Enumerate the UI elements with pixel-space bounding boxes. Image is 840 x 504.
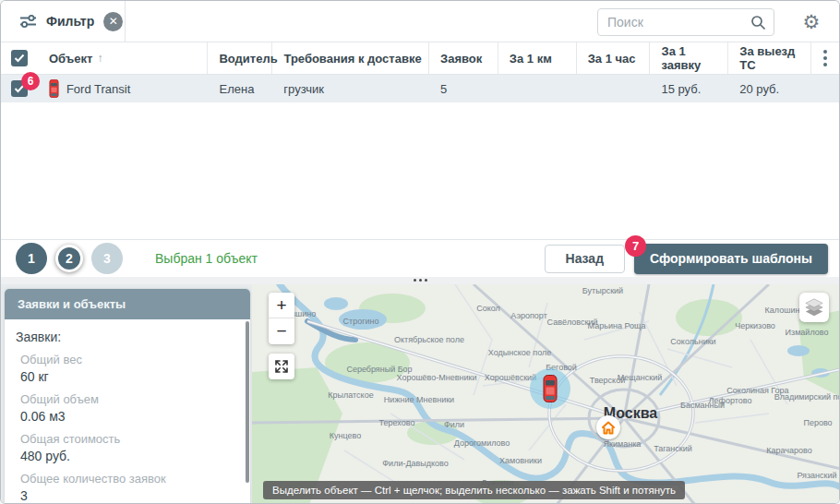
map-place-label: Сокольники [670, 337, 715, 346]
cell-per-trip: 20 руб. [728, 75, 811, 102]
stat-value: 3 [16, 488, 235, 503]
row-select-cell: 6 [1, 75, 38, 102]
map-place-label: Бутырский [582, 286, 623, 295]
map-place-label: Крылатское [328, 390, 373, 400]
cell-requirements: грузчик [272, 75, 429, 102]
map-place-label: Хамовники [499, 456, 542, 465]
column-header-per-request[interactable]: За 1 заявку [650, 42, 728, 74]
app-window: Фильтр ✕ ⚙ Объект ↑ Водитель Требования … [0, 0, 840, 504]
column-label: Водитель [219, 52, 277, 66]
column-header-object[interactable]: Объект ↑ [38, 42, 209, 74]
map-place-label: Хорошёво-Мневники [396, 373, 476, 382]
filter-button[interactable]: Фильтр ✕ [1, 1, 126, 42]
map-place-label: Фили [444, 420, 464, 429]
column-header-per-km[interactable]: За 1 км [498, 42, 577, 74]
column-header-driver[interactable]: Водитель [208, 42, 272, 74]
map-place-label: Черкизово [735, 321, 775, 330]
drag-dots-icon [414, 279, 427, 282]
depot-map-marker[interactable] [596, 415, 620, 439]
cell-per-hour [577, 75, 651, 102]
tune-filter-icon [19, 14, 37, 29]
map-place-label: Савёловский [547, 318, 598, 327]
panel-section-heading: Заявки: [16, 330, 235, 344]
sort-asc-icon[interactable]: ↑ [97, 52, 102, 65]
map-zoom-control: + − [269, 293, 294, 344]
submit-step-badge: 7 [625, 235, 646, 257]
stat-label: Общий вес [16, 353, 235, 366]
column-label: За выезд ТС [739, 44, 810, 72]
map-place-label: Фили-Давыдково [382, 459, 448, 468]
map-place-label: Дорогомилово [454, 438, 510, 448]
search-input[interactable] [607, 15, 750, 30]
map-place-label: Строгино [343, 317, 379, 326]
select-all-checkbox[interactable] [11, 50, 28, 66]
panel-scrollbar[interactable] [246, 321, 249, 483]
column-label: За 1 заявку [661, 44, 727, 72]
search-box[interactable] [597, 8, 774, 36]
vehicle-icon [49, 79, 59, 98]
step-1[interactable]: 1 [16, 243, 47, 274]
selection-status-text: Выбран 1 объект [155, 251, 258, 266]
map-place-label: Марьина Роща [588, 321, 646, 330]
cell-menu [811, 75, 839, 102]
back-button[interactable]: Назад [545, 245, 626, 273]
panel-body: Заявки: Общий вес 60 кг Общий объем 0.06… [5, 319, 250, 504]
column-label: За 1 час [588, 52, 636, 66]
columns-menu-cell [811, 42, 839, 74]
step-3[interactable]: 3 [91, 243, 123, 274]
row-step-badge: 6 [21, 72, 40, 90]
map-hint-tooltip: Выделить объект — Ctrl + щелчок; выделит… [263, 481, 685, 499]
column-header-per-trip[interactable]: За выезд ТС [728, 42, 811, 74]
column-header-per-hour[interactable]: За 1 час [577, 42, 651, 74]
filter-clear-icon[interactable]: ✕ [103, 12, 123, 31]
select-all-cell [1, 42, 38, 74]
filter-label: Фильтр [46, 14, 94, 29]
expand-icon [274, 359, 289, 374]
map-canvas[interactable]: ПавшиноСтрогиноСоколАэропортСавёловскийМ… [252, 284, 840, 504]
map-place-label: Калошино [765, 306, 805, 315]
map-place-label: Карачарово [766, 446, 811, 455]
column-header-requests[interactable]: Заявок [429, 42, 498, 74]
check-icon [14, 54, 25, 63]
requests-objects-panel: Заявки и объекты Заявки: Общий вес 60 кг… [5, 289, 250, 504]
submit-wrap: 7 Сформировать шаблоны [634, 244, 828, 274]
kebab-menu-icon[interactable] [823, 50, 827, 66]
stat-label: Общее количество заявок [16, 472, 235, 486]
zoom-in-button[interactable]: + [269, 293, 294, 318]
table-header: Объект ↑ Водитель Требования к доставке … [1, 42, 839, 75]
map-place-label: Якиманка [604, 439, 642, 449]
map-place-label: Серебряный Бор [346, 365, 412, 374]
map-place-label: Владимирский пос. [774, 392, 840, 402]
layers-icon [804, 297, 824, 318]
map-place-label: Ходынское поле [488, 348, 551, 357]
map-place-label: Кунцево [330, 431, 361, 440]
search-icon [750, 15, 766, 30]
column-label: Заявок [440, 52, 482, 66]
table-row[interactable]: 6 Ford Transit Елена грузчик 5 15 руб. 2… [1, 75, 839, 102]
home-icon [601, 421, 616, 435]
map-place-label: Мещанский [618, 373, 662, 382]
map-place-label: Соколиная Гора [726, 386, 788, 395]
map-place-label: Аэропорт [510, 311, 547, 320]
panel-title: Заявки и объекты [5, 289, 250, 319]
cell-per-km [498, 75, 577, 102]
map-layers-button[interactable] [799, 293, 829, 322]
step-2-active[interactable]: 2 [55, 245, 83, 272]
column-header-requirements[interactable]: Требования к доставке [272, 42, 429, 74]
stat-value: 480 руб. [16, 449, 235, 463]
map-place-label: Перово [803, 418, 832, 427]
map-place-label: Таганский [654, 444, 692, 453]
generate-templates-button[interactable]: Сформировать шаблоны [634, 244, 828, 274]
cell-requests: 5 [429, 75, 498, 102]
stat-value: 0.06 м3 [16, 409, 235, 424]
panel-resize-handle[interactable] [1, 277, 839, 284]
toolbar: Фильтр ✕ ⚙ [1, 1, 839, 42]
zoom-out-button[interactable]: − [269, 318, 294, 344]
fullscreen-button[interactable] [269, 354, 294, 379]
map-place-label: Измайлово [786, 328, 829, 337]
stat-value: 60 кг [16, 369, 235, 384]
gear-icon[interactable]: ⚙ [798, 9, 824, 35]
cell-driver: Елена [208, 75, 272, 102]
stat-label: Общий объем [16, 392, 235, 406]
car-icon [543, 375, 558, 406]
